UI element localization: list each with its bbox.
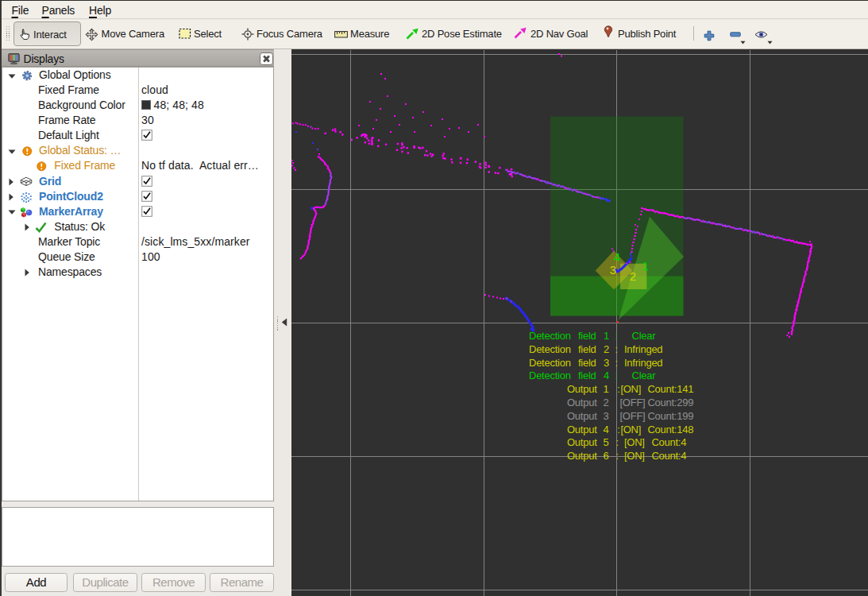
- svg-text:Output6:[ON]Count:4: Output6:[ON]Count:4: [567, 450, 686, 462]
- svg-text:Detectionfield4:Clear: Detectionfield4:Clear: [529, 370, 656, 381]
- svg-text:Output3[OFF]Count:199: Output3[OFF]Count:199: [567, 410, 693, 422]
- svg-text:Detectionfield2:Infringed: Detectionfield2:Infringed: [529, 343, 662, 355]
- svg-text:1: 1: [642, 259, 649, 273]
- svg-text:Output1:[ON]Count:141: Output1:[ON]Count:141: [567, 383, 693, 395]
- svg-text:Output4:[ON]Count:148: Output4:[ON]Count:148: [567, 424, 693, 435]
- svg-text:3: 3: [610, 263, 616, 277]
- svg-text:Output2[OFF]Count:299: Output2[OFF]Count:299: [567, 397, 693, 408]
- svg-text:4: 4: [614, 250, 620, 264]
- svg-text:2: 2: [630, 269, 636, 283]
- svg-text:Detectionfield3:Infringed: Detectionfield3:Infringed: [529, 357, 662, 369]
- svg-text:Detectionfield1:Clear: Detectionfield1:Clear: [529, 330, 656, 342]
- svg-text:Output5:[ON]Count:4: Output5:[ON]Count:4: [567, 436, 686, 448]
